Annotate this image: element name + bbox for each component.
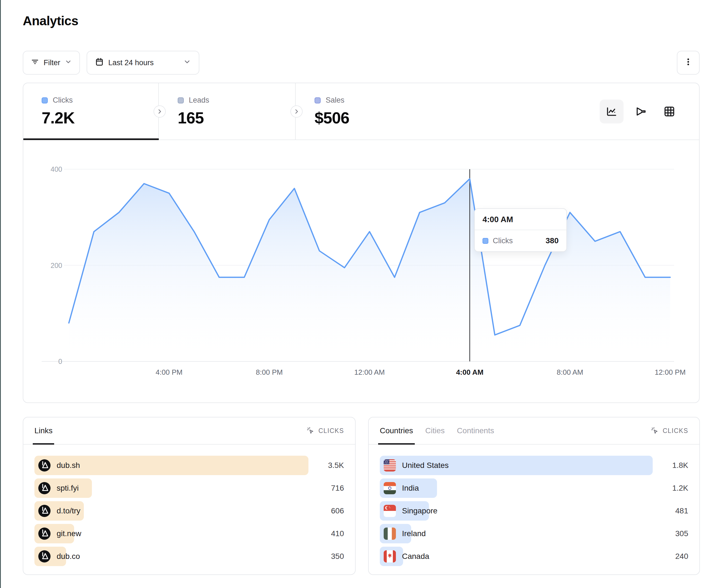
sg-flag-icon [384, 505, 396, 517]
dub-logo-icon [38, 505, 50, 517]
bar-track: git.new [35, 524, 308, 543]
analytics-chart-card: Clicks 7.2K Leads 165 Sales $506 [23, 83, 699, 403]
row-label: India [402, 484, 419, 493]
list-item[interactable]: dub.co350 [35, 547, 344, 566]
tooltip-time: 4:00 AM [475, 209, 566, 230]
list-item[interactable]: d.to/try606 [35, 501, 344, 521]
chevron-right-icon [156, 109, 163, 115]
countries-metric-header[interactable]: CLICKS [650, 426, 688, 435]
list-item[interactable]: spti.fyi716 [35, 478, 344, 498]
row-label: Canada [402, 552, 429, 561]
row-clicks-value: 481 [659, 506, 688, 515]
row-clicks-value: 1.2K [659, 484, 688, 493]
links-metric-header[interactable]: CLICKS [306, 426, 344, 435]
tab-countries[interactable]: Countries [380, 417, 413, 444]
singapore-flag-icon [384, 505, 396, 517]
clicks-legend-square [42, 97, 48, 104]
us-flag-icon [384, 459, 396, 472]
list-item[interactable]: Singapore481 [380, 501, 688, 521]
list-item[interactable]: India1.2K [380, 478, 688, 498]
sales-tab-label: Sales [326, 96, 345, 105]
sales-legend-square [315, 97, 321, 104]
row-clicks-value: 606 [315, 506, 344, 515]
bar-track: Canada [380, 547, 653, 566]
row-clicks-value: 410 [315, 529, 344, 538]
countries-metric-header-label: CLICKS [663, 427, 688, 435]
cursor-click-icon [650, 426, 659, 435]
bar-track: India [380, 478, 653, 498]
list-item[interactable]: dub.sh3.5K [35, 456, 344, 475]
date-range-label: Last 24 hours [108, 59, 179, 67]
page-title: Analytics [23, 13, 78, 28]
leads-tab-label: Leads [189, 96, 209, 105]
dub-logo-icon [38, 482, 50, 494]
ireland-flag-icon [384, 527, 396, 540]
value-bar: Singapore [380, 501, 429, 521]
bar-track: United States [380, 456, 653, 475]
svg-text:400: 400 [50, 165, 62, 173]
row-clicks-value: 716 [315, 484, 344, 493]
line-chart-view-button[interactable] [600, 99, 624, 123]
window-edge [0, 0, 1, 588]
value-bar: spti.fyi [35, 478, 92, 498]
links-metric-header-label: CLICKS [319, 427, 344, 435]
value-bar: United States [380, 456, 653, 475]
bar-track: spti.fyi [35, 478, 308, 498]
dub-logo-icon [38, 482, 50, 494]
chevron-down-icon [183, 58, 191, 68]
expand-leads-chevron-button[interactable] [290, 106, 303, 118]
clicks-value: 7.2K [42, 109, 158, 127]
ca-flag-icon [384, 550, 396, 563]
value-bar: d.to/try [35, 501, 84, 521]
row-label: dub.sh [57, 461, 80, 470]
more-options-button[interactable] [677, 51, 699, 75]
countries-panel: Countries Cities Continents CLICKS Unite… [368, 417, 700, 575]
grid-icon [663, 106, 675, 118]
funnel-icon [634, 106, 647, 118]
links-panel-header: Links CLICKS [23, 417, 355, 445]
filter-button[interactable]: Filter [23, 51, 80, 75]
list-item[interactable]: git.new410 [35, 524, 344, 543]
tab-sales[interactable]: Sales $506 [296, 83, 435, 140]
dub-logo-icon [38, 527, 50, 540]
analytics-page: Analytics Filter Last 24 hours [0, 0, 711, 588]
list-item[interactable]: Canada240 [380, 547, 688, 566]
svg-text:12:00 AM: 12:00 AM [354, 368, 385, 376]
date-range-button[interactable]: Last 24 hours [87, 51, 199, 75]
leads-value: 165 [178, 109, 295, 127]
row-label: United States [402, 461, 449, 470]
links-list: dub.sh3.5Kspti.fyi716d.to/try606git.new4… [23, 445, 355, 566]
tooltip-clicks-square [482, 238, 488, 244]
dub-logo-icon [38, 459, 50, 472]
canada-flag-icon [384, 550, 396, 563]
metric-tabs-row: Clicks 7.2K Leads 165 Sales $506 [23, 83, 699, 140]
funnel-view-button[interactable] [628, 99, 652, 123]
svg-text:8:00 AM: 8:00 AM [557, 368, 583, 376]
svg-text:0: 0 [58, 358, 62, 365]
row-label: spti.fyi [57, 484, 79, 493]
area-chart-plot: 02004004:00 PM8:00 PM12:00 AM4:00 AM8:00… [23, 140, 699, 403]
table-view-button[interactable] [658, 99, 681, 123]
countries-panel-header: Countries Cities Continents CLICKS [369, 417, 699, 445]
dub-logo-icon [38, 527, 50, 540]
tab-continents[interactable]: Continents [457, 417, 494, 444]
us-flag-icon [384, 459, 396, 472]
expand-clicks-chevron-button[interactable] [153, 106, 166, 118]
cursor-click-icon [306, 426, 315, 435]
value-bar: India [380, 478, 437, 498]
india-flag-icon [384, 482, 396, 494]
tab-cities[interactable]: Cities [425, 417, 445, 444]
list-item[interactable]: United States1.8K [380, 456, 688, 475]
tab-links[interactable]: Links [35, 417, 52, 444]
tab-leads[interactable]: Leads 165 [159, 83, 296, 140]
dub-logo-icon [38, 459, 50, 472]
value-bar: Ireland [380, 524, 411, 543]
list-item[interactable]: Ireland305 [380, 524, 688, 543]
filter-icon [31, 58, 39, 68]
tab-clicks[interactable]: Clicks 7.2K [23, 83, 159, 140]
chevron-right-icon [294, 109, 300, 115]
clicks-timeseries-chart[interactable]: 02004004:00 PM8:00 PM12:00 AM4:00 AM8:00… [23, 140, 699, 403]
chart-view-toggle [600, 99, 681, 123]
leads-legend-square [178, 97, 184, 104]
dub-logo-icon [38, 505, 50, 517]
